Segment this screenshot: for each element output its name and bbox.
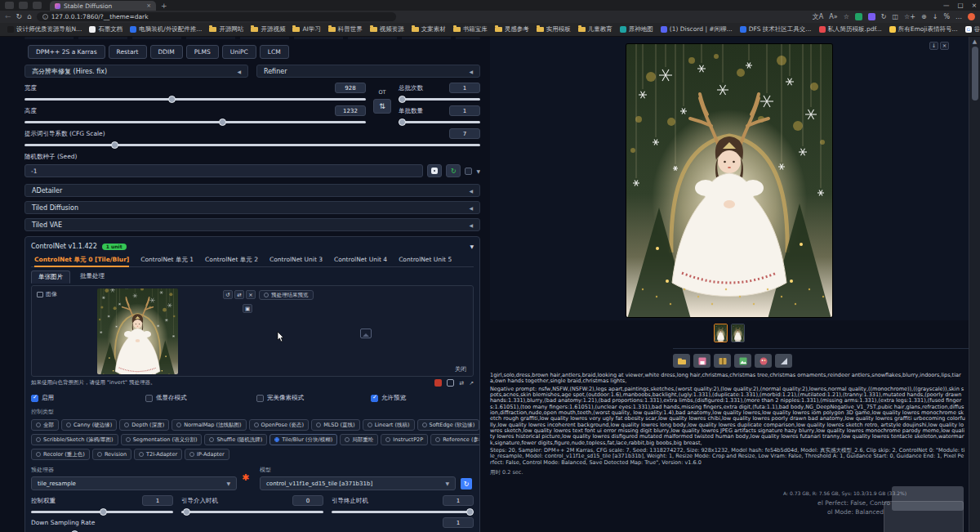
preprocessor-preview-chip[interactable]: 预处理结果预览 — [259, 290, 314, 300]
control-type-option[interactable]: 全部 — [31, 419, 59, 431]
controlnet-unit-tab[interactable]: ControlNet 单元 0 [Tile/Blur] — [34, 256, 129, 267]
close-icon[interactable]: × — [972, 2, 977, 9]
swap-icon[interactable]: ⇄ — [234, 290, 244, 299]
control-type-option[interactable]: Segmentation (语义分割) — [121, 434, 203, 445]
control-type-option[interactable]: IP-Adapter — [185, 449, 229, 460]
control-type-option[interactable]: SoftEdge (软边缘) — [417, 419, 480, 431]
scroll-up-icon[interactable]: ▲ — [969, 38, 980, 45]
controlnet-unit-tab[interactable]: ControlNet Unit 5 — [399, 256, 452, 264]
copilot-icon[interactable] — [968, 13, 975, 20]
home-icon[interactable]: ⌂ — [27, 13, 32, 20]
bookmark-item[interactable]: 灵感参考 — [492, 25, 532, 34]
control-type-option[interactable]: InstructP2P — [381, 434, 428, 445]
refresh-models-icon[interactable]: ↻ — [461, 478, 472, 490]
history-icon[interactable]: ↻ — [881, 13, 887, 20]
output-action-button[interactable] — [673, 354, 690, 368]
gallery-thumbnail[interactable] — [731, 324, 745, 342]
sampler-option[interactable]: DPM++ 2S a Karras — [28, 45, 105, 59]
extension-icon[interactable] — [855, 13, 862, 20]
controlnet-unit-tab[interactable]: ControlNet Unit 4 — [334, 256, 387, 264]
width-slider[interactable] — [24, 98, 366, 101]
back-icon[interactable]: ← — [5, 13, 11, 20]
webcam-icon[interactable]: ▣ — [243, 304, 252, 313]
extensions-icon[interactable]: ⊕ — [921, 13, 927, 20]
cfg-value[interactable]: 7 — [449, 128, 480, 139]
control-type-option[interactable]: OpenPose (姿态) — [249, 419, 310, 431]
bookmark-item[interactable]: 设计师优质资源导航N... — [5, 25, 84, 34]
batch-count-value[interactable]: 1 — [449, 83, 480, 93]
undo-icon[interactable]: ↺ — [223, 290, 233, 299]
gallery-thumbnail[interactable] — [714, 324, 728, 342]
tab-search-icon[interactable] — [33, 2, 42, 9]
translate-icon[interactable]: 文A — [813, 12, 823, 21]
site-info-icon[interactable]: i — [42, 14, 48, 20]
input-mode-tab[interactable]: 单张图片 — [31, 270, 70, 284]
browser-scrollbar[interactable]: ▲ — [969, 37, 980, 532]
controlnet-unit-tab[interactable]: ControlNet 单元 2 — [205, 256, 258, 264]
control-type-option[interactable]: NormalMap (法线贴图) — [172, 419, 246, 431]
output-action-button[interactable] — [755, 354, 772, 368]
control-type-option[interactable]: Canny (硬边缘) — [61, 419, 117, 431]
control-type-option[interactable]: Shuffle (随机洗牌) — [204, 434, 267, 445]
bookmark-item[interactable]: 私人简历模板.pdf... — [817, 25, 884, 34]
minimize-icon[interactable]: — — [943, 2, 950, 9]
control-type-option[interactable]: Scribble/Sketch (涂鸦/草图) — [31, 434, 118, 445]
bookmark-item[interactable]: 儿童教育 — [576, 25, 615, 34]
run-preprocessor-icon[interactable]: ✱ — [242, 472, 255, 483]
generated-image[interactable] — [626, 44, 832, 317]
download-image-icon[interactable]: ↓ — [929, 42, 938, 50]
refresh-icon[interactable]: ↻ — [16, 13, 23, 20]
width-value[interactable]: 928 — [335, 83, 366, 93]
output-action-button[interactable] — [775, 354, 792, 368]
height-slider[interactable] — [24, 121, 366, 123]
downsampling-value[interactable]: 1 — [443, 517, 474, 528]
scrollbar-thumb[interactable] — [972, 47, 978, 101]
favorites-icon[interactable]: ☆+ — [904, 13, 915, 20]
tiled-diffusion-accordion[interactable]: Tiled Diffusion ◀ — [24, 201, 480, 214]
controlnet-checkbox[interactable]: 启用 — [31, 394, 145, 402]
aspect-lock-button[interactable]: OT — [378, 89, 385, 96]
output-action-button[interactable] — [734, 354, 751, 368]
new-canvas-icon[interactable] — [434, 379, 442, 387]
grid-icon[interactable] — [447, 379, 454, 387]
mirror-icon[interactable]: ⇄ — [459, 380, 464, 387]
split-screen-icon[interactable]: ◫ — [893, 13, 899, 20]
model-dropdown[interactable]: control_v11f1e_sd15_tile [a371b31b] ▼ — [260, 476, 456, 490]
image-upload-area[interactable]: 图像 ↺ ⇄ × ▣ 预处理结果预览 关闭 — [31, 285, 474, 377]
controlnet-checkbox[interactable]: 完美像素模式 — [256, 394, 371, 402]
control-type-option[interactable]: Revision — [92, 449, 131, 460]
guidance-end-slider[interactable] — [332, 511, 474, 513]
controlnet-checkbox[interactable]: 允许预览 — [371, 394, 474, 402]
preview-close-button[interactable]: 关闭 — [455, 365, 466, 373]
workspace-icon[interactable] — [19, 2, 28, 9]
bookmark-item[interactable]: G谷歌翻译 Google... — [963, 25, 980, 34]
downloads-icon[interactable]: ↓ — [933, 13, 938, 20]
random-seed-button[interactable] — [427, 164, 442, 177]
control-type-option[interactable]: Tile/Blur (分块/模糊) — [270, 434, 337, 445]
control-type-option[interactable]: Reference (参考) — [430, 434, 480, 445]
url-bar[interactable]: i 127.0.0.1:7860/?__theme=dark — [37, 12, 396, 21]
sampler-option[interactable]: PLMS — [186, 45, 219, 59]
control-weight-slider[interactable] — [31, 511, 173, 513]
bookmark-item[interactable]: 原神地图 — [617, 25, 656, 34]
refiner-accordion[interactable]: Refiner ◀ — [256, 65, 480, 78]
control-type-option[interactable]: MLSD (直线) — [311, 419, 360, 431]
seed-input[interactable]: -1 — [24, 164, 423, 177]
controlnet-checkbox[interactable]: 低显存模式 — [145, 394, 256, 402]
sampler-option[interactable]: LCM — [260, 45, 289, 59]
wallet-icon[interactable]: % — [943, 13, 950, 20]
maximize-icon[interactable]: □ — [958, 2, 964, 9]
controlnet-input-image[interactable] — [97, 288, 178, 374]
bookmark-item[interactable]: AI学习 — [290, 25, 323, 34]
bookmark-item[interactable]: 视频资源 — [368, 25, 407, 34]
bookmark-item[interactable]: 书籍宝库 — [451, 25, 490, 34]
height-value[interactable]: 1232 — [335, 105, 366, 116]
control-type-option[interactable]: T2I-Adapter — [134, 449, 182, 460]
expand-icon[interactable]: ↗ — [469, 380, 474, 387]
batch-size-slider[interactable] — [399, 121, 480, 123]
bookmark-item[interactable]: 科普世界 — [326, 25, 365, 34]
cfg-slider[interactable] — [24, 144, 480, 146]
tab-close-icon[interactable]: × — [146, 2, 151, 9]
profile-icon[interactable] — [5, 2, 14, 9]
extra-seed-checkbox[interactable] — [465, 168, 472, 175]
